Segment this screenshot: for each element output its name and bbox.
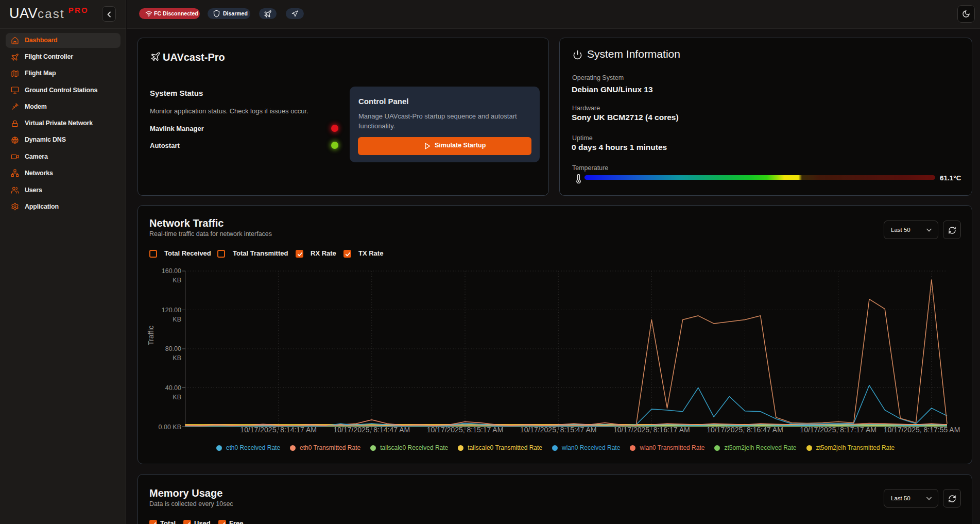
svg-text:Traffic: Traffic	[147, 326, 155, 345]
svg-text:10/17/2025, 8:17:17 AM: 10/17/2025, 8:17:17 AM	[800, 426, 876, 434]
svg-text:10/17/2025, 8:15:47 AM: 10/17/2025, 8:15:47 AM	[520, 426, 597, 434]
svg-text:10/17/2025, 8:15:17 AM: 10/17/2025, 8:15:17 AM	[427, 426, 504, 434]
svg-text:10/17/2025, 8:17:55 AM: 10/17/2025, 8:17:55 AM	[884, 426, 960, 434]
svg-text:10/17/2025, 8:14:17 AM: 10/17/2025, 8:14:17 AM	[240, 426, 317, 434]
svg-text:120.00: 120.00	[162, 307, 181, 314]
svg-text:160.00: 160.00	[162, 267, 181, 275]
svg-text:0.00 KB: 0.00 KB	[159, 424, 181, 431]
svg-text:10/17/2025, 8:14:47 AM: 10/17/2025, 8:14:47 AM	[333, 426, 410, 434]
svg-text:40.00: 40.00	[165, 384, 181, 392]
svg-text:KB: KB	[173, 316, 181, 323]
svg-text:10/17/2025, 8:16:47 AM: 10/17/2025, 8:16:47 AM	[707, 426, 783, 434]
svg-text:10/17/2025, 8:16:17 AM: 10/17/2025, 8:16:17 AM	[613, 426, 690, 434]
svg-text:80.00: 80.00	[165, 345, 181, 352]
svg-text:KB: KB	[173, 394, 181, 401]
svg-text:KB: KB	[173, 354, 181, 362]
svg-text:KB: KB	[173, 277, 181, 284]
